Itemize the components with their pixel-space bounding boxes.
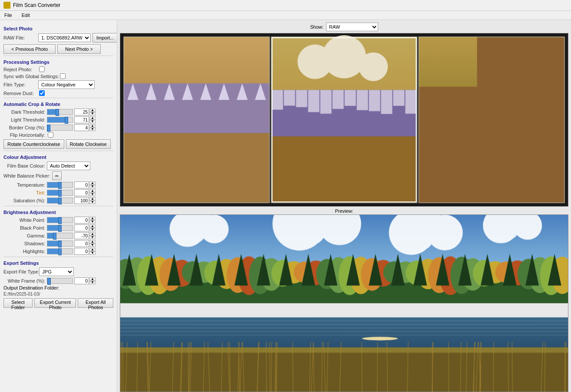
export-file-type-select[interactable]: JPG PNG TIFF xyxy=(39,267,74,276)
film-base-label: Film Base Colour: xyxy=(3,163,47,168)
show-select[interactable]: RAW Preview Split xyxy=(326,23,378,31)
white-point-row: White Point: 0 ▲ ▼ xyxy=(3,217,113,224)
gamma-value[interactable]: -70 xyxy=(74,232,89,239)
menu-file[interactable]: File xyxy=(2,12,15,19)
film-base-select[interactable]: Auto Detect Manual xyxy=(47,161,90,170)
export-all-button[interactable]: Export All Photos xyxy=(78,298,113,308)
menubar: File Edit xyxy=(0,11,571,20)
temperature-down[interactable]: ▼ xyxy=(89,185,96,188)
light-threshold-value[interactable]: 71 xyxy=(74,116,89,123)
saturation-value[interactable]: 100 xyxy=(74,197,89,204)
temperature-label: Temperature: xyxy=(3,182,47,188)
white-frame-down[interactable]: ▼ xyxy=(89,281,96,284)
import-button[interactable]: Import... xyxy=(92,33,117,43)
white-point-value[interactable]: 0 xyxy=(74,217,89,224)
light-threshold-down[interactable]: ▼ xyxy=(89,120,96,123)
film-base-row: Film Base Colour: Auto Detect Manual xyxy=(3,161,113,170)
show-label: Show: xyxy=(310,24,323,30)
dark-threshold-down[interactable]: ▼ xyxy=(89,112,96,115)
rotate-cw-button[interactable]: Rotate Clockwise xyxy=(66,139,111,149)
export-file-type-label: Export File Type: xyxy=(3,269,39,274)
brightness-title: Brightness Adjustment xyxy=(3,210,113,215)
film-type-select[interactable]: Colour Negative Colour Positive B&W Nega… xyxy=(38,80,95,89)
gamma-slider[interactable] xyxy=(47,233,73,239)
dark-threshold-spinners: ▲ ▼ xyxy=(89,109,96,115)
flip-horizontal-checkbox[interactable] xyxy=(48,132,53,138)
sync-label: Sync with Global Settings: xyxy=(3,74,59,79)
tint-label: Tint: xyxy=(3,190,47,195)
show-row: Show: RAW Preview Split xyxy=(120,23,568,31)
black-point-row: Black Point: 0 ▲ ▼ xyxy=(3,224,113,231)
wb-picker-row: White Balance Picker: ✏ xyxy=(3,171,113,180)
border-crop-value[interactable]: 4 xyxy=(74,124,89,131)
white-point-label: White Point: xyxy=(3,217,47,223)
tint-slider[interactable] xyxy=(47,190,73,196)
raw-file-select[interactable]: 1. DSC06892.ARW xyxy=(38,33,91,42)
temperature-slider[interactable] xyxy=(47,182,73,188)
light-threshold-slider[interactable] xyxy=(47,117,73,123)
tint-down[interactable]: ▼ xyxy=(89,193,96,196)
saturation-down[interactable]: ▼ xyxy=(89,201,96,204)
white-frame-spinners: ▲ ▼ xyxy=(89,277,96,284)
raw-file-label: RAW File: xyxy=(3,35,38,40)
raw-preview-area xyxy=(120,33,568,207)
dark-threshold-slider[interactable] xyxy=(47,109,73,115)
saturation-slider[interactable] xyxy=(47,198,73,204)
white-point-down[interactable]: ▼ xyxy=(89,220,96,224)
black-point-slider[interactable] xyxy=(47,225,73,231)
shadows-slider[interactable] xyxy=(47,240,73,247)
reject-checkbox[interactable] xyxy=(39,66,45,72)
flip-horizontal-row: Flip Horizontally: xyxy=(3,132,113,138)
output-folder-label: Output Destination Folder: xyxy=(3,285,59,290)
reject-row: Reject Photo: xyxy=(3,66,113,72)
border-crop-row: Border Crop (%): 4 ▲ ▼ xyxy=(3,124,113,131)
border-crop-down[interactable]: ▼ xyxy=(89,128,96,131)
divider-1 xyxy=(3,56,113,56)
shadows-down[interactable]: ▼ xyxy=(89,244,96,247)
shadows-value[interactable]: 0 xyxy=(74,240,89,247)
white-point-slider[interactable] xyxy=(47,217,73,223)
gamma-down[interactable]: ▼ xyxy=(89,236,96,239)
light-threshold-row: Light Threshold: 71 ▲ ▼ xyxy=(3,116,113,123)
white-frame-row: White Frame (%): 0 ▲ ▼ xyxy=(3,277,113,284)
tint-value[interactable]: 0 xyxy=(74,189,89,196)
export-title: Export Settings xyxy=(3,260,113,266)
highlights-down[interactable]: ▼ xyxy=(89,251,96,255)
main-layout: Select Photo RAW File: 1. DSC06892.ARW I… xyxy=(0,20,571,392)
black-point-spinners: ▲ ▼ xyxy=(89,224,96,231)
shadows-row: Shadows: 0 ▲ ▼ xyxy=(3,240,113,247)
sync-checkbox[interactable] xyxy=(60,73,66,79)
temperature-input: 0 ▲ ▼ xyxy=(74,181,96,188)
select-folder-button[interactable]: Select Folder xyxy=(3,298,33,308)
temperature-value[interactable]: 0 xyxy=(74,181,89,188)
temperature-row: Temperature: 0 ▲ ▼ xyxy=(3,181,113,188)
black-point-value[interactable]: 0 xyxy=(74,224,89,231)
black-point-down[interactable]: ▼ xyxy=(89,228,96,231)
dark-threshold-value[interactable]: 25 xyxy=(74,109,89,115)
white-frame-value[interactable]: 0 xyxy=(74,277,89,284)
rotate-ccw-button[interactable]: Rotate Counterclockwise xyxy=(3,139,64,149)
titlebar: Film Scan Converter xyxy=(0,0,571,11)
wb-picker-label: White Balance Picker: xyxy=(3,173,52,178)
remove-dust-checkbox[interactable] xyxy=(39,90,45,96)
menu-edit[interactable]: Edit xyxy=(19,12,33,19)
film-type-label: Film Type: xyxy=(3,82,38,87)
raw-file-row: RAW File: 1. DSC06892.ARW Import... xyxy=(3,33,113,43)
export-current-button[interactable]: Export Current Photo xyxy=(34,298,76,308)
shadows-spinners: ▲ ▼ xyxy=(89,240,96,247)
highlights-slider[interactable] xyxy=(47,248,73,254)
next-photo-button[interactable]: Next Photo > xyxy=(57,44,101,54)
wb-picker-button[interactable]: ✏ xyxy=(52,171,62,180)
remove-dust-label: Remove Dust: xyxy=(3,91,38,96)
border-crop-input: 4 ▲ ▼ xyxy=(74,124,96,131)
export-file-type-row: Export File Type: JPG PNG TIFF xyxy=(3,267,113,276)
shadows-label: Shadows: xyxy=(3,241,47,246)
saturation-label: Saturation (%): xyxy=(3,198,47,203)
gamma-label: Gamma: xyxy=(3,233,47,238)
white-point-spinners: ▲ ▼ xyxy=(89,217,96,224)
black-point-label: Black Point: xyxy=(3,225,47,231)
white-frame-slider[interactable] xyxy=(47,278,73,284)
border-crop-slider[interactable] xyxy=(47,125,73,131)
prev-photo-button[interactable]: < Previous Photo xyxy=(3,44,56,54)
highlights-value[interactable]: 0 xyxy=(74,248,89,255)
